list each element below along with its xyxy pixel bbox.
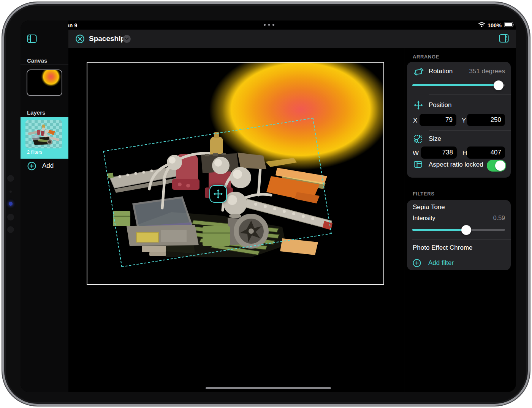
chevron-down-icon [125, 38, 129, 40]
move-handle[interactable] [209, 185, 227, 203]
sensor-large-2 [7, 226, 14, 233]
layer-item-selected[interactable]: 2 filters [21, 117, 68, 159]
position-label: Position [429, 101, 451, 109]
document-menu-button[interactable] [123, 35, 131, 43]
aspect-ratio-icon [413, 159, 423, 171]
add-filter-button[interactable]: Add filter [407, 256, 511, 270]
sensor-large [7, 214, 14, 221]
close-document-button[interactable] [76, 35, 84, 43]
rotation-slider-fill [412, 84, 499, 86]
rotation-icon [413, 67, 424, 78]
position-y-label: Y [462, 117, 466, 124]
plus-circle-icon [413, 259, 421, 269]
document-title: Spaceship [89, 35, 125, 43]
position-icon [413, 100, 423, 112]
canvas-section-header: Canvas [27, 57, 47, 64]
size-w-label: W [413, 150, 419, 157]
status-bar-right: 100% [478, 22, 515, 28]
battery-icon [504, 22, 515, 28]
rotation-slider[interactable] [412, 84, 505, 86]
rotation-value: 351 degrees [469, 68, 505, 75]
layer-thumbnail [25, 120, 62, 148]
size-w-field[interactable]: 738 [421, 147, 457, 159]
filters-card: Sepia Tone Intensity 0.59 Photo Effect C… [407, 200, 511, 270]
divider [21, 65, 68, 65]
add-filter-label: Add filter [428, 259, 454, 267]
toolbar: Spaceship [68, 30, 516, 48]
sepia-intensity-value: 0.59 [493, 215, 505, 222]
multitasking-indicator[interactable] [264, 24, 274, 26]
inspector-toggle-icon[interactable] [499, 34, 509, 44]
position-x-label: X [413, 117, 417, 124]
ipad-screenshot: 9:41 AM Tue Jan 9 100% [0, 0, 532, 408]
canvas-frame [87, 62, 384, 285]
panel-separator [404, 48, 404, 392]
aspect-ratio-label: Aspect ratio locked [429, 161, 483, 169]
filter-chrome-name[interactable]: Photo Effect Chrome [413, 244, 473, 252]
sepia-intensity-label: Intensity [413, 215, 435, 222]
front-camera [7, 175, 14, 182]
move-arrows-icon [213, 189, 223, 199]
filter-sepia-name[interactable]: Sepia Tone [413, 203, 445, 211]
arrange-section-header: ARRANGE [413, 54, 439, 60]
sepia-slider-thumb[interactable] [461, 225, 471, 235]
ipad-bezel: 9:41 AM Tue Jan 9 100% [2, 2, 530, 406]
size-h-label: H [462, 150, 467, 157]
size-h-field[interactable]: 407 [467, 147, 505, 159]
size-icon [413, 134, 423, 145]
rotation-label: Rotation [429, 68, 453, 75]
plus-circle-icon [27, 162, 36, 172]
divider [429, 130, 511, 131]
home-indicator[interactable] [206, 387, 331, 389]
divider [42, 174, 68, 174]
divider [429, 95, 511, 95]
camera-indicator-light [9, 202, 13, 206]
divider [21, 100, 68, 100]
battery-percent: 100% [488, 22, 502, 28]
rotation-slider-thumb[interactable] [494, 80, 504, 90]
layer-filter-count-badge: 2 filters [27, 150, 42, 155]
sidebar-toggle-icon[interactable] [27, 34, 37, 45]
wifi-icon [478, 22, 485, 28]
sepia-slider-fill [412, 229, 466, 231]
toggle-knob [495, 161, 505, 171]
sidebar: Canvas Layers [21, 20, 68, 392]
layer-thumbnail-spaceship [25, 120, 62, 148]
sepia-intensity-slider[interactable] [412, 229, 505, 231]
position-y-field[interactable]: 250 [467, 114, 505, 126]
position-x-field[interactable]: 79 [420, 114, 456, 126]
add-layer-button[interactable]: Add [21, 159, 68, 174]
add-layer-label: Add [42, 162, 54, 170]
screen: 9:41 AM Tue Jan 9 100% [21, 20, 516, 392]
aspect-ratio-toggle[interactable] [487, 160, 506, 172]
arrange-card: Rotation 351 degrees Position X [407, 62, 511, 178]
canvas-area [68, 48, 404, 392]
size-label: Size [429, 135, 441, 143]
layers-section-header: Layers [27, 109, 45, 116]
canvas-thumbnail[interactable] [27, 69, 62, 96]
filters-section-header: FILTERS [413, 191, 434, 197]
divider [412, 239, 511, 240]
sensor-dot [10, 191, 12, 193]
